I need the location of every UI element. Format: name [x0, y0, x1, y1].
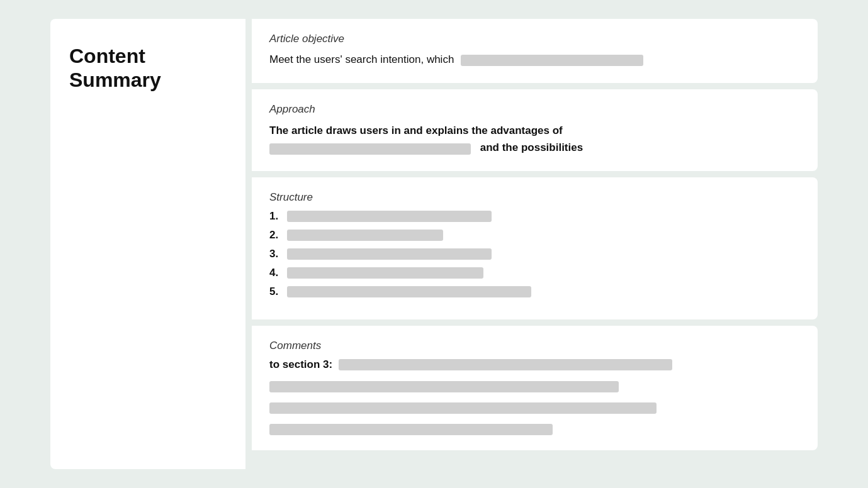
- list-num: 1.: [269, 210, 287, 223]
- list-placeholder: [287, 286, 531, 297]
- comments-to-section: to section 3:: [269, 358, 800, 371]
- structure-list: 1. 2. 3. 4. 5.: [269, 210, 800, 298]
- approach-card: Approach The article draws users in and …: [252, 89, 818, 171]
- list-placeholder: [287, 211, 492, 222]
- list-item: 4.: [269, 267, 800, 279]
- comments-inline-placeholder: [339, 359, 672, 370]
- list-item: 5.: [269, 286, 800, 298]
- list-num: 4.: [269, 267, 287, 279]
- article-objective-text: Meet the users' search intention, which: [269, 53, 454, 65]
- comments-below: [269, 377, 800, 435]
- outer-container: Content Summary Article objective Meet t…: [0, 0, 868, 488]
- article-objective-placeholder: [461, 55, 643, 66]
- approach-text-after: and the possibilities: [480, 141, 583, 153]
- list-num: 5.: [269, 286, 287, 298]
- list-item: 3.: [269, 248, 800, 260]
- structure-label: Structure: [269, 191, 800, 204]
- left-panel: Content Summary: [50, 19, 245, 469]
- list-placeholder: [287, 267, 483, 279]
- list-num: 3.: [269, 248, 287, 260]
- list-num: 2.: [269, 229, 287, 241]
- article-objective-card: Article objective Meet the users' search…: [252, 19, 818, 83]
- comments-placeholder-1: [269, 381, 619, 392]
- comments-placeholder-3: [269, 424, 553, 435]
- approach-label: Approach: [269, 103, 800, 116]
- list-item: 1.: [269, 210, 800, 223]
- comments-card: Comments to section 3:: [252, 326, 818, 450]
- list-placeholder: [287, 230, 443, 241]
- list-item: 2.: [269, 229, 800, 241]
- to-section-text: to section 3:: [269, 358, 332, 371]
- article-objective-content: Meet the users' search intention, which: [269, 52, 800, 68]
- page-title: Content Summary: [69, 44, 227, 92]
- comments-placeholder-2: [269, 402, 657, 414]
- approach-line1: The article draws users in and explains …: [269, 125, 563, 136]
- list-placeholder: [287, 248, 492, 260]
- article-objective-label: Article objective: [269, 33, 800, 45]
- comments-label: Comments: [269, 340, 800, 352]
- structure-card: Structure 1. 2. 3. 4.: [252, 177, 818, 319]
- approach-placeholder1: [269, 143, 471, 155]
- right-panel: Article objective Meet the users' search…: [245, 19, 818, 469]
- approach-content: The article draws users in and explains …: [269, 122, 800, 156]
